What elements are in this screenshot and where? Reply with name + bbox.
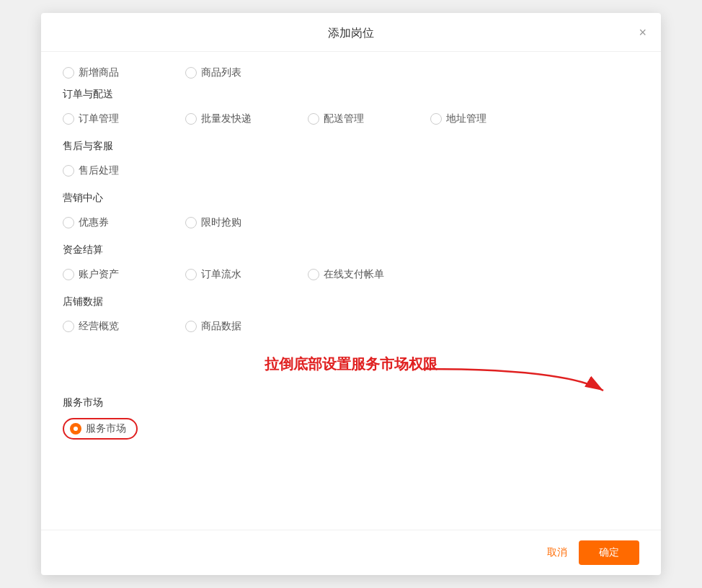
label-bulk-express: 批量发快递 bbox=[201, 112, 252, 125]
checkbox-aftersales[interactable]: 售后处理 bbox=[63, 161, 185, 180]
store-title: 店铺数据 bbox=[63, 295, 639, 308]
checkbox-delivery-mgmt[interactable]: 配送管理 bbox=[308, 110, 430, 128]
radio-online-payment[interactable] bbox=[308, 269, 319, 280]
label-aftersales: 售后处理 bbox=[79, 164, 119, 177]
checkbox-new-product[interactable]: 新增商品 bbox=[63, 63, 185, 82]
service-group: 服务市场 bbox=[63, 418, 639, 440]
aftersales-title: 售后与客服 bbox=[63, 140, 639, 153]
finance-section: 资金结算 账户资产 订单流水 在线支付帐单 bbox=[63, 244, 639, 284]
radio-product-data[interactable] bbox=[185, 321, 197, 332]
confirm-button[interactable]: 确定 bbox=[579, 540, 639, 565]
radio-address-mgmt[interactable] bbox=[430, 113, 442, 125]
dialog-footer: 取消 确定 bbox=[41, 530, 661, 575]
dialog-title: 添加岗位 bbox=[328, 26, 374, 41]
checkbox-bulk-express[interactable]: 批量发快递 bbox=[185, 110, 308, 128]
finance-group: 账户资产 订单流水 在线支付帐单 bbox=[63, 265, 639, 284]
label-overview: 经营概览 bbox=[79, 320, 119, 333]
store-group: 经营概览 商品数据 bbox=[63, 317, 639, 336]
label-order-flow: 订单流水 bbox=[201, 268, 241, 281]
label-order-mgmt: 订单管理 bbox=[79, 112, 119, 125]
radio-flash-sale[interactable] bbox=[185, 217, 197, 228]
annotation-text: 拉倒底部设置服务市场权限 bbox=[265, 355, 437, 374]
checkbox-order-mgmt[interactable]: 订单管理 bbox=[63, 110, 185, 128]
service-market-circled[interactable]: 服务市场 bbox=[63, 418, 138, 440]
radio-coupon[interactable] bbox=[63, 217, 74, 228]
marketing-title: 营销中心 bbox=[63, 192, 639, 205]
checkbox-order-flow[interactable]: 订单流水 bbox=[185, 265, 308, 284]
finance-title: 资金结算 bbox=[63, 244, 639, 257]
cancel-button[interactable]: 取消 bbox=[547, 546, 567, 559]
add-position-dialog: 添加岗位 × 新增商品 商品列表 订单与配送 订单管理 bbox=[41, 13, 661, 575]
product-items-group: 新增商品 商品列表 bbox=[63, 63, 639, 82]
label-service-market: 服务市场 bbox=[86, 422, 126, 435]
orders-group: 订单管理 批量发快递 配送管理 地址管理 bbox=[63, 110, 639, 128]
service-title: 服务市场 bbox=[63, 396, 639, 409]
checkbox-account-assets[interactable]: 账户资产 bbox=[63, 265, 185, 284]
checkbox-flash-sale[interactable]: 限时抢购 bbox=[185, 213, 308, 232]
marketing-section: 营销中心 优惠券 限时抢购 bbox=[63, 192, 639, 232]
checkbox-product-data[interactable]: 商品数据 bbox=[185, 317, 308, 336]
dialog-header: 添加岗位 × bbox=[41, 13, 661, 52]
checkbox-overview[interactable]: 经营概览 bbox=[63, 317, 185, 336]
aftersales-group: 售后处理 bbox=[63, 161, 639, 180]
radio-order-flow[interactable] bbox=[185, 269, 197, 280]
radio-aftersales[interactable] bbox=[63, 165, 74, 177]
service-section: 服务市场 服务市场 bbox=[63, 396, 639, 440]
checkbox-address-mgmt[interactable]: 地址管理 bbox=[430, 110, 553, 128]
checkbox-product-list[interactable]: 商品列表 bbox=[185, 63, 308, 82]
label-online-payment: 在线支付帐单 bbox=[324, 268, 384, 281]
label-account-assets: 账户资产 bbox=[79, 268, 119, 281]
radio-overview[interactable] bbox=[63, 321, 74, 332]
store-section: 店铺数据 经营概览 商品数据 bbox=[63, 295, 639, 336]
radio-order-mgmt[interactable] bbox=[63, 113, 74, 125]
close-icon[interactable]: × bbox=[639, 26, 647, 39]
annotation-area: 拉倒底部设置服务市场权限 bbox=[63, 347, 639, 391]
marketing-group: 优惠券 限时抢购 bbox=[63, 213, 639, 232]
orders-section: 订单与配送 订单管理 批量发快递 配送管理 地址管理 bbox=[63, 88, 639, 128]
radio-delivery-mgmt[interactable] bbox=[308, 113, 319, 125]
orders-title: 订单与配送 bbox=[63, 88, 639, 101]
label-address-mgmt: 地址管理 bbox=[446, 112, 486, 125]
label-delivery-mgmt: 配送管理 bbox=[324, 112, 364, 125]
radio-bulk-express[interactable] bbox=[185, 113, 197, 125]
radio-new-product[interactable] bbox=[63, 67, 74, 79]
label-new-product: 新增商品 bbox=[79, 66, 119, 79]
label-product-data: 商品数据 bbox=[201, 320, 241, 333]
label-coupon: 优惠券 bbox=[79, 216, 109, 229]
radio-service-market[interactable] bbox=[70, 423, 81, 435]
label-product-list: 商品列表 bbox=[201, 66, 241, 79]
dialog-body: 新增商品 商品列表 订单与配送 订单管理 批量发快递 bbox=[41, 52, 661, 530]
radio-account-assets[interactable] bbox=[63, 269, 74, 280]
checkbox-coupon[interactable]: 优惠券 bbox=[63, 213, 185, 232]
aftersales-section: 售后与客服 售后处理 bbox=[63, 140, 639, 180]
radio-product-list[interactable] bbox=[185, 67, 197, 79]
checkbox-online-payment[interactable]: 在线支付帐单 bbox=[308, 265, 430, 284]
label-flash-sale: 限时抢购 bbox=[201, 216, 241, 229]
